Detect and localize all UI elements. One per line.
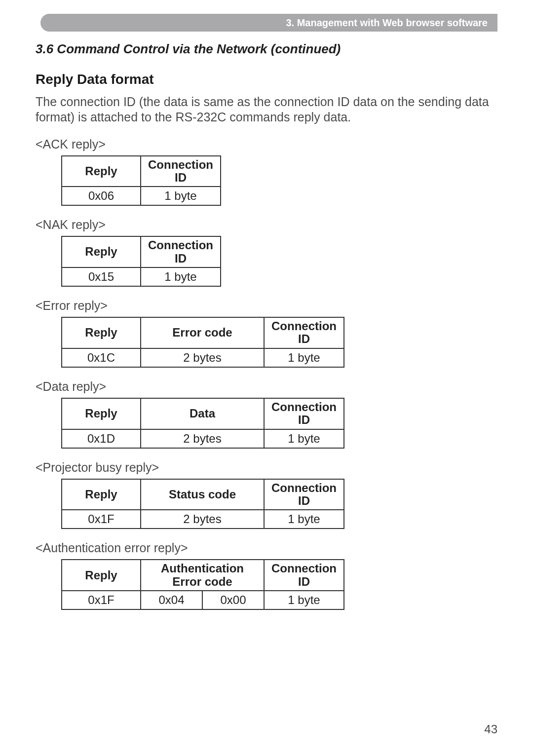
td-reply: 0x06 xyxy=(62,187,141,205)
th-conn: ConnectionID xyxy=(264,479,344,510)
th-reply: Reply xyxy=(62,236,141,267)
td-reply: 0x15 xyxy=(62,267,141,286)
table-data: Reply Data ConnectionID 0x1D 2 bytes 1 b… xyxy=(61,398,344,449)
page-number: 43 xyxy=(484,722,497,736)
td-auth-b: 0x00 xyxy=(202,591,264,609)
td-auth-a: 0x04 xyxy=(141,591,202,609)
th-conn: ConnectionID xyxy=(264,560,344,591)
th-reply: Reply xyxy=(62,317,141,348)
td-conn: 1 byte xyxy=(141,187,221,205)
table-error: Reply Error code ConnectionID 0x1C 2 byt… xyxy=(61,317,344,368)
td-conn: 1 byte xyxy=(141,267,221,286)
td-mid: 2 bytes xyxy=(141,510,264,529)
label-data: <Data reply> xyxy=(36,379,497,394)
label-ack: <ACK reply> xyxy=(36,137,497,151)
section-title: 3.6 Command Control via the Network (con… xyxy=(36,41,497,57)
td-conn: 1 byte xyxy=(264,348,344,367)
th-auth-code: AuthenticationError code xyxy=(141,560,264,591)
td-conn: 1 byte xyxy=(264,429,344,448)
td-mid: 2 bytes xyxy=(141,429,264,448)
th-conn: ConnectionID xyxy=(141,236,221,267)
label-nak: <NAK reply> xyxy=(36,218,497,232)
th-reply: Reply xyxy=(62,156,141,187)
intro-text: The connection ID (the data is same as t… xyxy=(36,94,497,125)
th-status-code: Status code xyxy=(141,479,264,510)
td-mid: 2 bytes xyxy=(141,348,264,367)
label-busy: <Projector busy reply> xyxy=(36,460,497,475)
td-reply: 0x1F xyxy=(62,591,141,609)
th-conn: ConnectionID xyxy=(141,156,221,187)
table-nak: Reply ConnectionID 0x15 1 byte xyxy=(61,236,221,287)
sub-heading: Reply Data format xyxy=(36,72,497,87)
th-reply: Reply xyxy=(62,479,141,510)
th-error-code: Error code xyxy=(141,317,264,348)
td-reply: 0x1C xyxy=(62,348,141,367)
table-busy: Reply Status code ConnectionID 0x1F 2 by… xyxy=(61,479,344,529)
td-reply: 0x1D xyxy=(62,429,141,448)
th-data: Data xyxy=(141,398,264,429)
th-conn: ConnectionID xyxy=(264,317,344,348)
table-ack: Reply ConnectionID 0x06 1 byte xyxy=(61,155,221,206)
th-reply: Reply xyxy=(62,398,141,429)
chapter-bar: 3. Management with Web browser software xyxy=(40,14,497,32)
th-conn: ConnectionID xyxy=(264,398,344,429)
label-auth: <Authentication error reply> xyxy=(36,541,497,555)
label-error: <Error reply> xyxy=(36,299,497,313)
td-reply: 0x1F xyxy=(62,510,141,529)
th-reply: Reply xyxy=(62,560,141,591)
td-conn: 1 byte xyxy=(264,510,344,529)
table-auth: Reply AuthenticationError code Connectio… xyxy=(61,559,344,610)
td-conn: 1 byte xyxy=(264,591,344,609)
